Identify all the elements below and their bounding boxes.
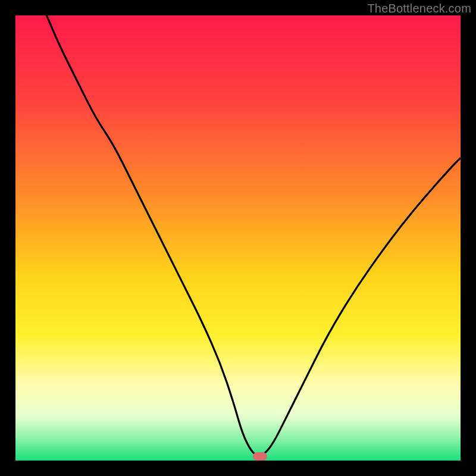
bottleneck-curve <box>15 15 461 461</box>
curve-path <box>46 15 461 455</box>
optimal-point-marker <box>253 452 267 461</box>
plot-area <box>15 15 461 461</box>
chart-frame: TheBottleneck.com <box>0 0 476 476</box>
attribution-label: TheBottleneck.com <box>367 2 471 15</box>
